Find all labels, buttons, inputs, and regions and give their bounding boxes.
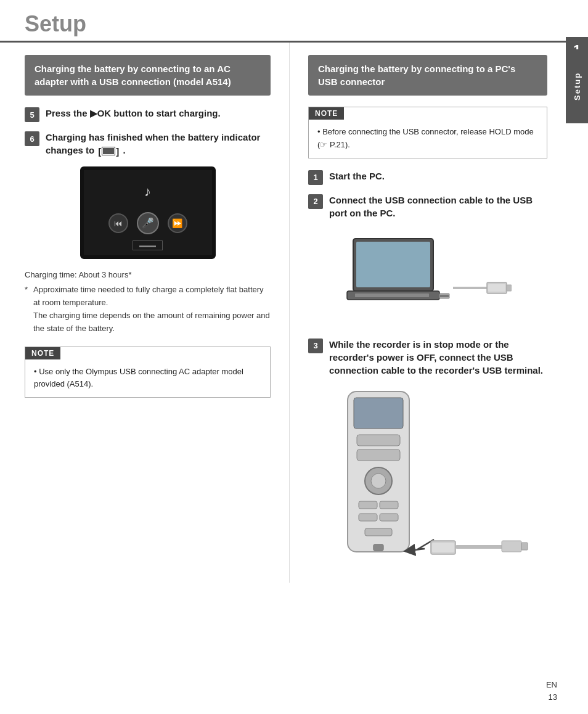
right-step-num-2: 2 — [308, 194, 323, 209]
svg-point-15 — [371, 474, 386, 488]
svg-rect-20 — [365, 528, 392, 536]
recorder-svg — [311, 385, 545, 564]
svg-rect-9 — [507, 285, 512, 291]
usb-cable-svg — [450, 266, 512, 310]
svg-rect-8 — [488, 284, 505, 292]
svg-rect-13 — [357, 449, 400, 461]
right-section-header: Charging the battery by connecting to a … — [308, 55, 547, 96]
svg-rect-18 — [359, 514, 377, 521]
left-note-box: NOTE Use only the Olympus USB connecting… — [25, 347, 271, 398]
svg-rect-21 — [374, 544, 383, 551]
step-6: 6 Charging has finished when the battery… — [25, 131, 271, 158]
right-note-content: Before connecting the USB connector, rel… — [309, 120, 547, 158]
usb-illustration — [308, 229, 547, 328]
right-note-box: NOTE Before connecting the USB connector… — [308, 107, 547, 158]
svg-rect-3 — [355, 293, 429, 297]
left-section-header: Charging the battery by connecting to an… — [25, 55, 271, 96]
svg-rect-11 — [354, 398, 403, 429]
step-6-text: Charging has finished when the battery i… — [46, 131, 271, 158]
recorder-illustration — [308, 385, 547, 570]
right-step-3: 3 While the recorder is in stop mode or … — [308, 338, 547, 377]
page-title: Setup — [0, 0, 588, 43]
right-step-1: 1 Start the PC. — [308, 170, 547, 185]
right-step-2-text: Connect the USB connection cable to the … — [329, 194, 547, 220]
svg-rect-19 — [380, 514, 398, 521]
right-step-1-text: Start the PC. — [329, 170, 385, 183]
right-step-num-3: 3 — [308, 339, 323, 353]
laptop-svg — [344, 236, 461, 322]
left-note-content: Use only the Olympus USB connecting AC a… — [25, 359, 270, 398]
right-step-2: 2 Connect the USB connection cable to th… — [308, 194, 547, 220]
device-screen-image: ⬛ 📶 🔋 ♪ ⏮ 🎤 ⏩ ▬▬▬ — [80, 166, 216, 259]
svg-rect-17 — [380, 501, 398, 509]
page-number: 13 — [549, 692, 557, 702]
step-5-text: Press the ▶OK button to start charging. — [46, 107, 221, 120]
svg-rect-16 — [359, 501, 377, 509]
svg-rect-25 — [502, 541, 521, 552]
step-5: 5 Press the ▶OK button to start charging… — [25, 107, 271, 122]
svg-rect-24 — [455, 545, 505, 549]
svg-rect-6 — [440, 295, 449, 297]
svg-rect-1 — [356, 242, 430, 287]
svg-rect-23 — [432, 543, 454, 552]
step-num-5: 5 — [25, 107, 39, 122]
chapter-label: Setup — [566, 49, 588, 123]
svg-rect-12 — [357, 435, 400, 446]
right-note-label: NOTE — [309, 107, 344, 120]
charging-time-note: Charging time: About 3 hours* Approximat… — [25, 269, 271, 335]
step-num-6: 6 — [25, 131, 39, 146]
right-step-num-1: 1 — [308, 170, 323, 185]
left-note-label: NOTE — [25, 347, 60, 359]
svg-rect-26 — [521, 543, 528, 550]
left-column: Charging the battery by connecting to an… — [0, 43, 290, 583]
en-label: EN — [546, 680, 557, 689]
right-step-3-text: While the recorder is in stop mode or th… — [329, 338, 547, 377]
right-column: Charging the battery by connecting to a … — [290, 43, 566, 583]
